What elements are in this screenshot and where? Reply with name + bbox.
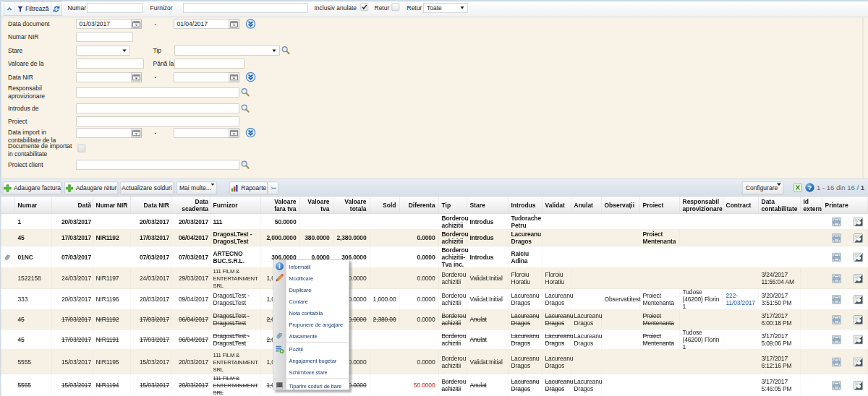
svg-text:?: ? — [808, 184, 812, 191]
